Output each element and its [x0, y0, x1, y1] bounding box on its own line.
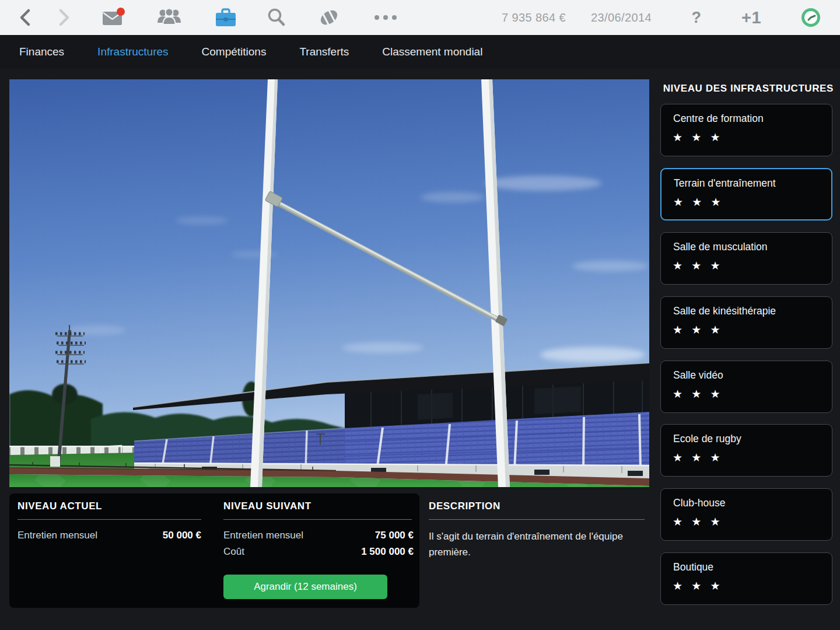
- more-button[interactable]: [373, 14, 398, 21]
- description-title: DESCRIPTION: [429, 501, 501, 512]
- mail-icon: [102, 6, 126, 29]
- facility-card-ecole-de-rugby[interactable]: Ecole de rugby ★ ★ ★: [660, 424, 832, 477]
- more-icon: [373, 14, 398, 21]
- facility-card-terrain-entrainement[interactable]: Terrain d'entraînement ★ ★ ★: [660, 168, 832, 220]
- rugby-ball-icon: [317, 7, 341, 28]
- level-panel: NIVEAU ACTUEL Entretien mensuel 50 000 €…: [9, 494, 419, 608]
- divider: [429, 519, 645, 520]
- facility-card-boutique[interactable]: Boutique ★ ★ ★: [660, 552, 832, 605]
- current-level-title: NIVEAU ACTUEL: [18, 501, 102, 512]
- continue-clock-icon: [800, 7, 821, 28]
- stadium-photo: [9, 79, 649, 487]
- tab-transferts[interactable]: Transferts: [299, 46, 349, 58]
- facility-label: Terrain d'entraînement: [674, 177, 776, 190]
- facility-card-centre-de-formation[interactable]: Centre de formation ★ ★ ★: [660, 104, 832, 156]
- back-button[interactable]: [18, 8, 33, 27]
- continue-button[interactable]: [800, 7, 821, 28]
- game-date: 23/06/2014: [590, 0, 652, 35]
- facility-stars: ★ ★ ★: [673, 579, 723, 593]
- stadium-scene: [9, 79, 649, 487]
- current-maintenance-value: 50 000 €: [18, 530, 201, 541]
- squad-icon: [156, 7, 183, 28]
- toolbar: 7 935 864 € 23/06/2014 ? +1: [0, 0, 840, 36]
- next-level-title: NIVEAU SUIVANT: [223, 501, 312, 512]
- facility-label: Centre de formation: [673, 113, 764, 125]
- advance-day-button[interactable]: +1: [734, 0, 769, 35]
- next-maintenance-value: 75 000 €: [223, 530, 414, 541]
- tab-infrastructures[interactable]: Infrastructures: [97, 46, 168, 58]
- club-balance: 7 935 864 €: [461, 0, 566, 35]
- description-text: Il s'agit du terrain d'entraînement de l…: [429, 528, 632, 560]
- facility-label: Boutique: [673, 561, 713, 573]
- help-button[interactable]: ?: [687, 0, 706, 35]
- divider: [18, 519, 201, 520]
- unread-badge: [117, 8, 125, 16]
- search-button[interactable]: [266, 7, 287, 28]
- facility-label: Salle vidéo: [673, 369, 723, 382]
- expand-button[interactable]: Agrandir (12 semaines): [223, 575, 387, 599]
- briefcase-icon: [214, 7, 237, 28]
- search-icon: [266, 7, 287, 28]
- facility-label: Ecole de rugby: [673, 433, 741, 445]
- forward-icon: [57, 8, 72, 27]
- rugby-button[interactable]: [317, 7, 341, 28]
- tab-competitions[interactable]: Compétitions: [202, 46, 267, 58]
- facility-stars: ★ ★ ★: [673, 195, 724, 209]
- facility-stars: ★ ★ ★: [673, 451, 723, 464]
- back-icon: [18, 8, 33, 27]
- business-button[interactable]: [214, 7, 237, 28]
- facility-stars: ★ ★ ★: [673, 259, 723, 272]
- facility-card-club-house[interactable]: Club-house ★ ★ ★: [660, 488, 832, 541]
- tab-finances[interactable]: Finances: [19, 46, 64, 58]
- facility-stars: ★ ★ ★: [673, 515, 723, 528]
- facility-card-salle-de-kinesitherapie[interactable]: Salle de kinésithérapie ★ ★ ★: [660, 296, 832, 349]
- facility-stars: ★ ★ ★: [673, 131, 723, 144]
- facility-card-salle-de-musculation[interactable]: Salle de musculation ★ ★ ★: [660, 232, 832, 285]
- facility-stars: ★ ★ ★: [673, 387, 723, 401]
- facility-stars: ★ ★ ★: [673, 323, 723, 337]
- sidebar-title: NIVEAU DES INFRASTRUCTURES: [660, 83, 834, 94]
- divider: [223, 519, 412, 520]
- next-cost-value: 1 500 000 €: [223, 546, 414, 558]
- facility-card-salle-video[interactable]: Salle vidéo ★ ★ ★: [660, 360, 832, 413]
- facility-label: Salle de musculation: [673, 241, 767, 253]
- facility-label: Club-house: [673, 497, 726, 509]
- tab-classement-mondial[interactable]: Classement mondial: [382, 46, 482, 58]
- main-tabbar: Finances Infrastructures Compétitions Tr…: [0, 35, 840, 69]
- squad-button[interactable]: [156, 7, 183, 28]
- facility-label: Salle de kinésithérapie: [673, 305, 776, 317]
- forward-button[interactable]: [57, 8, 72, 27]
- mail-button[interactable]: [102, 6, 126, 29]
